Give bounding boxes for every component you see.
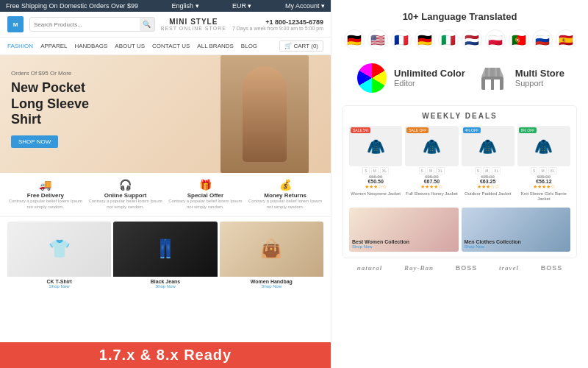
nav-contact[interactable]: CONTACT US	[152, 43, 190, 49]
store-brand: MINI STYLE BEST ONLINE STORE	[161, 18, 226, 31]
delivery-title: Free Delivery	[7, 192, 84, 199]
svg-rect-5	[497, 68, 500, 77]
women-collection-banner[interactable]: Best Women Collection Shop Now	[349, 208, 459, 252]
product-pants[interactable]: 👖 Black Jeans Shop Now	[113, 222, 217, 295]
features-row: 🚚 Free Delivery Contrary a popular belie…	[0, 173, 331, 217]
hero-image	[220, 55, 309, 173]
deal-opts-1: S M XL	[349, 167, 402, 174]
handbag-image: 👜	[220, 222, 323, 277]
flag-pl: 🇵🇱	[485, 29, 506, 50]
lang-select[interactable]: English ▾	[172, 2, 199, 10]
flag-ru: 🇷🇺	[532, 29, 553, 50]
cart-button[interactable]: 🛒 CART (0)	[279, 40, 323, 52]
men-collection-banner[interactable]: Men Clothes Collection Shop Now	[462, 208, 571, 252]
women-collection-title: Best Women Collection	[352, 239, 456, 244]
version-badge: 1.7.x & 8.x Ready	[0, 342, 331, 368]
color-editor-text: Unlimited Color Editor	[394, 68, 465, 88]
deal-stars-2: ★★★★☆	[405, 184, 458, 190]
women-shop-link[interactable]: Shop Now	[352, 244, 456, 249]
men-shop-link[interactable]: Shop Now	[465, 244, 568, 249]
deal-img-3: 4% OFF 🧥	[462, 126, 514, 166]
brands-row: natural Ray-Ban BOSS travel BOSS	[343, 264, 577, 272]
bottom-products: 👕 CK T-Shirt Shop Now 👖 Black Jeans Shop…	[0, 217, 331, 300]
deal-badge-4: 8% OFF	[519, 127, 537, 133]
feature-offer: 🎁 Special Offer Contrary a popular belie…	[168, 179, 244, 210]
feature-returns: 💰 Money Returns Contrary a popular belie…	[247, 179, 323, 210]
store-icon	[476, 61, 509, 94]
deal-name-4: Knit Sleeve Girls Barrie Jacket	[517, 191, 570, 202]
deal-name-2: Full Sleeves Honey Jacket	[405, 191, 458, 197]
search-icon[interactable]: 🔍	[140, 18, 154, 31]
nav-blog[interactable]: BLOG	[241, 43, 257, 49]
returns-icon: 💰	[247, 179, 323, 191]
hero-content: Orders Of $95 Or More New Pocket Long Sl…	[11, 70, 121, 148]
tshirt-image: 👕	[7, 222, 111, 277]
svg-rect-4	[490, 68, 495, 77]
account-select[interactable]: My Account ▾	[285, 2, 325, 10]
hero-title: New Pocket Long Sleeve Shirt	[11, 80, 121, 128]
nav-apparel[interactable]: APPAREL	[40, 43, 67, 49]
color-editor-card: Unlimited Color Editor	[355, 61, 465, 94]
store-nav: FASHION APPAREL HANDBAGS ABOUT US CONTAC…	[0, 38, 331, 55]
nav-about[interactable]: ABOUT US	[115, 43, 145, 49]
weekly-deals-title: WEEKLY DEALS	[349, 112, 570, 120]
flag-pt: 🇵🇹	[509, 29, 529, 50]
currency-select[interactable]: EUR ▾	[232, 2, 252, 10]
support-title: Online Support	[87, 192, 164, 199]
product-handbag[interactable]: 👜 Women Handbag Shop Now	[220, 222, 323, 295]
shipping-bar: Free Shipping On Domestic Orders Over $9…	[0, 0, 331, 12]
nav-handbags[interactable]: HANDBAGS	[74, 43, 107, 49]
flag-nl: 🇳🇱	[462, 29, 482, 50]
delivery-desc: Contrary a popular belief lorem Ipsum no…	[7, 199, 84, 210]
feature-delivery: 🚚 Free Delivery Contrary a popular belie…	[7, 179, 84, 210]
deal-opts-4: S M XL	[517, 167, 570, 174]
weekly-deals-section: WEEKLY DEALS SALE 5% 🧥 S M XL €56.00 €50…	[343, 105, 577, 258]
returns-desc: Contrary a popular belief lorem Ipsum no…	[247, 199, 323, 210]
handbag-link[interactable]: Shop Now	[220, 284, 323, 289]
deal-item-1[interactable]: SALE 5% 🧥 S M XL €56.00 €50.50 ★★★☆☆ Wom…	[349, 126, 402, 202]
svg-rect-0	[481, 77, 503, 90]
brand-name: MINI STYLE	[161, 18, 226, 26]
svg-rect-2	[494, 79, 500, 90]
deal-opts-3: S M XL	[462, 167, 514, 174]
color-editor-subtitle: Editor	[394, 79, 465, 88]
search-input[interactable]	[30, 18, 140, 31]
deal-item-3[interactable]: 4% OFF 🧥 S M XL €95.00 €63.25 ★★★☆☆ Outd…	[462, 126, 514, 202]
deal-img-1: SALE 5% 🧥	[349, 126, 402, 166]
deal-name-3: Outdoor Padded Jacket	[462, 191, 514, 197]
deal-item-2[interactable]: SALE OFF 🧥 S M XL €95.00 €67.50 ★★★★☆ Fu…	[405, 126, 458, 202]
multi-store-subtitle: Support	[515, 79, 564, 88]
flag-it: 🇮🇹	[438, 29, 459, 50]
deal-badge-2: SALE OFF	[406, 127, 429, 133]
tshirt-link[interactable]: Shop Now	[7, 284, 111, 289]
store-contact: +1 800-12345-6789 7 Days a week from 9:0…	[232, 18, 323, 31]
collection-row: Best Women Collection Shop Now Men Cloth…	[349, 208, 570, 252]
flag-es: 🇪🇸	[556, 29, 576, 50]
flag-de2: 🇩🇪	[415, 29, 435, 50]
flag-us: 🇺🇸	[368, 29, 388, 50]
multi-store-title: Multi Store	[515, 68, 564, 79]
brand-natural: natural	[357, 264, 383, 272]
deal-item-4[interactable]: 8% OFF 🧥 S M XL €95.00 €56.12 ★★★★☆ Knit…	[517, 126, 570, 202]
support-desc: Contrary a popular belief lorem Ipsum no…	[87, 199, 164, 210]
nav-fashion[interactable]: FASHION	[7, 43, 33, 49]
flags-row: 🇩🇪 🇺🇸 🇫🇷 🇩🇪 🇮🇹 🇳🇱 🇵🇱 🇵🇹 🇷🇺 🇪🇸	[343, 29, 577, 50]
shop-now-button[interactable]: SHOP NOW	[11, 135, 58, 148]
deal-stars-1: ★★★☆☆	[349, 184, 402, 190]
nav-brands[interactable]: ALL BRANDS	[197, 43, 234, 49]
returns-title: Money Returns	[247, 192, 323, 199]
product-tshirt[interactable]: 👕 CK T-Shirt Shop Now	[7, 222, 111, 295]
offer-title: Special Offer	[168, 192, 244, 199]
deal-stars-4: ★★★★☆	[517, 184, 570, 190]
deal-opts-2: S M XL	[405, 167, 458, 174]
pants-label: Black Jeans	[113, 279, 217, 284]
deal-new-1: €50.50	[349, 179, 402, 184]
multi-store-card: Multi Store Support	[476, 61, 564, 94]
search-bar: 🔍	[29, 17, 155, 32]
flag-fr: 🇫🇷	[391, 29, 412, 50]
pants-link[interactable]: Shop Now	[113, 284, 217, 289]
store-logo[interactable]: M	[7, 16, 24, 32]
deal-stars-3: ★★★☆☆	[462, 184, 514, 190]
deals-grid: SALE 5% 🧥 S M XL €56.00 €50.50 ★★★☆☆ Wom…	[349, 126, 570, 202]
deal-badge-3: 4% OFF	[463, 127, 481, 133]
